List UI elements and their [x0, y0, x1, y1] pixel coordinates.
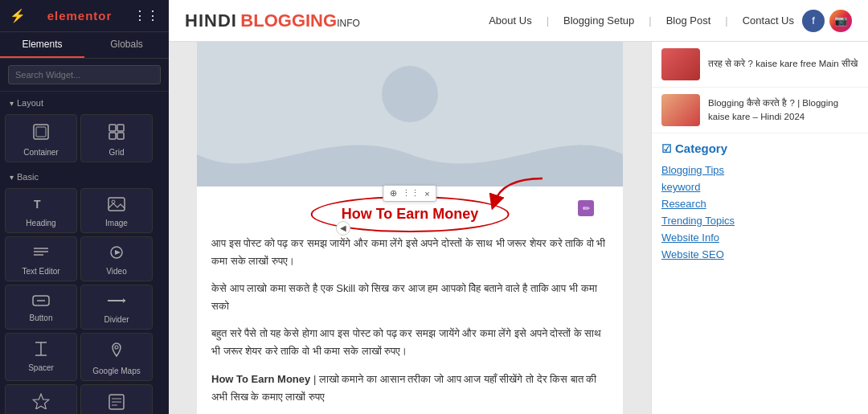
spacer-icon [32, 342, 50, 360]
widget-video[interactable]: Video [80, 236, 153, 281]
heading-icon: T [32, 197, 50, 215]
nav-contact[interactable]: Contact Us [743, 14, 794, 27]
post-thumb-2 [661, 94, 700, 126]
nav-sep-1: | [547, 14, 549, 27]
wpforms-icon [108, 393, 125, 414]
elementor-icon: ⚡ [10, 8, 26, 23]
paragraph-4: How To Earn Money | लाखो कमाने का आसान त… [211, 371, 608, 406]
nav-blog-post[interactable]: Blog Post [666, 14, 711, 27]
widget-text-editor[interactable]: Text Editor [5, 236, 77, 281]
widget-container[interactable]: Container [5, 114, 77, 162]
image-label: Image [105, 219, 128, 227]
category-section-title: ☑ Category [652, 133, 868, 160]
bold-intro: How To Earn Money [211, 373, 310, 385]
widget-google-maps[interactable]: Google Maps [80, 333, 153, 381]
container-label: Container [23, 148, 58, 157]
widget-icon[interactable]: Icon [5, 384, 77, 414]
left-sidebar: ⚡ elementor ⋮⋮ Elements Globals ▾ Layout… [0, 0, 169, 414]
instagram-icon[interactable]: 📷 [829, 10, 852, 32]
post-text-1: तरह से करे ? kaise kare free Main सीखे [708, 57, 858, 71]
category-blogging-tips[interactable]: Blogging Tips [661, 162, 858, 178]
svg-marker-13 [115, 250, 121, 255]
widget-edit-bar[interactable]: ⊕ ⋮⋮ × [383, 185, 436, 202]
category-list: Blogging Tips keyword Research Trending … [652, 160, 868, 271]
nav-social: f 📷 [802, 10, 852, 32]
search-input[interactable] [8, 65, 161, 84]
edit-pencil-icon[interactable]: ✏ [578, 200, 594, 216]
container-icon [32, 123, 50, 145]
paragraph-2: केसे आप लाखो कमा सकते है एक Skill को सिख… [211, 280, 608, 315]
google-maps-icon [108, 342, 125, 363]
grid-label: Grid [109, 148, 125, 157]
category-keyword[interactable]: keyword [661, 178, 858, 195]
widget-wpforms[interactable]: WPForms [80, 384, 153, 414]
nav-sep-2: | [649, 14, 651, 27]
nav-blogging-setup[interactable]: Blogging Setup [563, 14, 634, 27]
top-nav: HINDI BLOGGING INFO About Us | Blogging … [169, 0, 868, 42]
content-canvas: ⊕ ⋮⋮ × How To Earn Money [197, 42, 623, 414]
elementor-logo: elementor [47, 9, 113, 23]
text-editor-icon [32, 245, 50, 264]
logo-info: INFO [337, 18, 360, 29]
tab-globals[interactable]: Globals [84, 32, 169, 58]
collapse-sidebar-arrow[interactable]: ◀ [336, 221, 350, 236]
search-area [0, 59, 169, 92]
heading-label: Heading [26, 219, 55, 227]
hero-image [197, 42, 623, 187]
hero-circle [382, 66, 438, 122]
svg-marker-17 [123, 298, 125, 303]
svg-rect-3 [117, 125, 124, 131]
category-trending-topics[interactable]: Trending Topics [661, 212, 858, 229]
button-icon [32, 293, 50, 310]
divider-label: Divider [104, 315, 129, 324]
arrow-annotation [486, 174, 551, 223]
svg-rect-4 [109, 133, 116, 139]
widget-image[interactable]: Image [80, 188, 153, 233]
video-icon [108, 245, 125, 264]
basic-section-title: ▾ Basic [0, 166, 169, 185]
svg-marker-22 [33, 394, 49, 409]
divider-icon [108, 293, 125, 312]
widget-spacer[interactable]: Spacer [5, 333, 77, 381]
site-logo: HINDI BLOGGING INFO [185, 10, 360, 31]
grid-icon [108, 123, 125, 145]
svg-text:T: T [34, 198, 41, 211]
widget-grid[interactable]: Grid [80, 114, 153, 162]
widget-heading[interactable]: T Heading [5, 188, 77, 233]
category-website-seo[interactable]: Website SEO [661, 246, 858, 263]
widget-button[interactable]: Button [5, 285, 77, 330]
main-content: HINDI BLOGGING INFO About Us | Blogging … [169, 0, 868, 414]
category-research[interactable]: Research [661, 195, 858, 212]
paragraph-1: आप इस पोस्ट को पढ़ कर समझ जायेंगे और कमा… [211, 235, 608, 270]
star-icon [32, 393, 50, 413]
button-label: Button [30, 314, 53, 322]
post-text-2: Blogging कैसे करते है ? | Blogging kaise… [708, 96, 858, 125]
video-label: Video [106, 267, 126, 276]
category-check-icon: ☑ [661, 142, 672, 155]
paragraph-3: बहुत सरे पैसे तो यह केसे होगा आप इस पोस्… [211, 325, 608, 360]
svg-rect-1 [36, 127, 46, 137]
layout-widgets: Container Grid [0, 111, 169, 166]
rs-post-1: तरह से करे ? kaise kare free Main सीखे [652, 42, 868, 88]
spacer-label: Spacer [28, 363, 54, 372]
menu-icon[interactable]: ⋮⋮ [133, 8, 159, 23]
editor-area: ◀ ⊕ ⋮⋮ × How To Earn Money [169, 42, 651, 414]
svg-rect-5 [117, 133, 124, 139]
text-editor-label: Text Editor [22, 267, 59, 276]
page-body: ◀ ⊕ ⋮⋮ × How To Earn Money [169, 42, 868, 414]
nav-about[interactable]: About Us [489, 14, 531, 27]
logo-hindi: HINDI [185, 10, 237, 31]
right-sidebar: तरह से करे ? kaise kare free Main सीखे B… [651, 42, 868, 414]
category-website-info[interactable]: Website Info [661, 229, 858, 246]
widget-divider[interactable]: Divider [80, 285, 153, 330]
image-icon [108, 197, 125, 215]
svg-rect-2 [109, 125, 116, 131]
rs-post-2: Blogging कैसे करते है ? | Blogging kaise… [652, 88, 868, 133]
layout-section-title: ▾ Layout [0, 92, 169, 111]
widget-add-icon[interactable]: ⊕ [390, 188, 397, 199]
widget-drag-icon: ⋮⋮ [402, 188, 420, 199]
tab-elements[interactable]: Elements [0, 32, 84, 58]
google-maps-label: Google Maps [92, 367, 140, 375]
widget-close-icon[interactable]: × [424, 189, 429, 199]
facebook-icon[interactable]: f [802, 10, 825, 32]
